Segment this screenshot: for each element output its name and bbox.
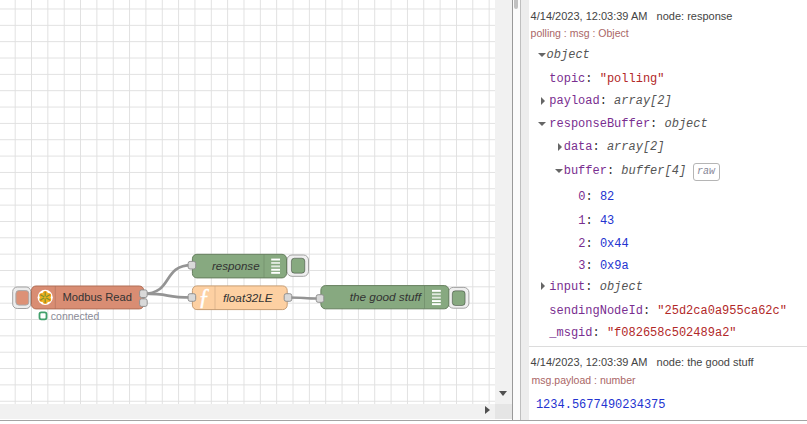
svg-text:response: response xyxy=(212,260,260,272)
svg-text:float32LE: float32LE xyxy=(223,292,273,304)
svg-text:the good stuff: the good stuff xyxy=(350,291,422,303)
svg-text:connected: connected xyxy=(51,310,100,322)
svg-text:ƒ: ƒ xyxy=(198,284,210,309)
svg-text:Modbus Read: Modbus Read xyxy=(63,291,132,303)
